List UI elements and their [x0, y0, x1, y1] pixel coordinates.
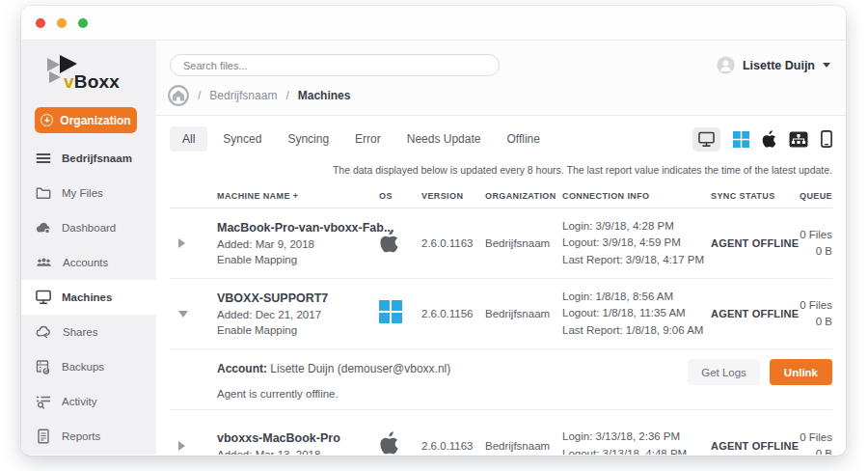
machine-organization: Bedrijfsnaam	[485, 440, 562, 452]
accounts-icon	[36, 255, 52, 270]
sidebar-item-activity[interactable]: Activity	[21, 384, 156, 419]
search-input[interactable]	[170, 54, 500, 76]
shares-cloud-icon	[36, 324, 52, 340]
queue-info: 0 Files 0 B	[778, 227, 832, 260]
breadcrumb: / Bedrijfsnaam / Machines	[168, 85, 836, 106]
machine-added-date: Added: Dec 21, 2017	[217, 309, 379, 320]
chevron-down-icon	[178, 311, 188, 318]
table-row: VBOXX-SUPPORT7 Added: Dec 21, 2017 Enabl…	[170, 279, 832, 349]
sidebar-item-bedrijfsnaam[interactable]: Bedrijfsnaam	[21, 141, 156, 176]
filter-windows-button[interactable]	[733, 131, 749, 148]
chevron-right-icon	[178, 441, 185, 451]
sidebar-nav: Bedrijfsnaam My Files Dashboard	[21, 141, 156, 454]
machines-monitor-icon	[36, 290, 51, 305]
machine-added-date: Added: Mar 9, 2018	[217, 238, 379, 250]
machine-version: 2.6.0.1163	[421, 237, 485, 249]
home-icon[interactable]	[168, 85, 189, 106]
machine-added-date: Added: Mar 13, 2018	[217, 449, 379, 456]
machine-name: VBOXX-SUPPORT7	[217, 291, 379, 305]
machine-detail-panel: Account: Lisette Duijn (demouser@vboxx.n…	[170, 349, 832, 410]
sidebar: vBoxx + Organization Bedrijfsnaam My	[21, 41, 156, 455]
account-value: Lisette Duijn (demouser@vboxx.nl)	[270, 362, 450, 375]
breadcrumb-current-page: Machines	[298, 89, 351, 102]
sidebar-item-accounts[interactable]: Accounts	[21, 245, 156, 280]
enable-mapping-link[interactable]: Enable Mapping	[217, 254, 297, 265]
maximize-window-button[interactable]	[78, 18, 88, 28]
tab-needs-update[interactable]: Needs Update	[407, 132, 481, 146]
col-os: OS	[379, 191, 421, 201]
sidebar-item-machines[interactable]: Machines	[21, 280, 156, 315]
update-notice: The data displayed below is updated ever…	[170, 164, 832, 176]
filter-mobile-button[interactable]	[821, 130, 832, 148]
mobile-icon	[821, 130, 832, 148]
table-row: MacBook-Pro-van-vboxx-Fab... Added: Mar …	[170, 208, 832, 279]
user-name: Lisette Duijn	[743, 59, 815, 72]
apple-icon	[762, 130, 776, 149]
col-queue: QUEUE	[778, 191, 832, 201]
connection-info: Login: 3/13/18, 2:36 PM Logout: 3/13/18,…	[562, 429, 711, 455]
account-label: Account:	[217, 362, 267, 375]
machine-version: 2.6.0.1156	[421, 308, 485, 319]
folder-icon	[36, 185, 51, 201]
apple-icon	[379, 431, 399, 455]
menu-icon	[36, 151, 51, 166]
expand-row-button[interactable]	[170, 238, 217, 248]
apple-icon	[379, 230, 399, 254]
connection-info: Login: 1/8/18, 8:56 AM Logout: 1/8/18, 1…	[562, 289, 711, 340]
os-filter-bar	[692, 127, 832, 152]
main-area: Lisette Duijn / Bedrijfsnaam / Machines	[156, 41, 846, 455]
expand-row-button[interactable]	[170, 441, 217, 451]
col-version: VERSION	[421, 191, 485, 201]
dashboard-cloud-icon	[36, 220, 51, 236]
tab-synced[interactable]: Synced	[223, 132, 261, 146]
col-sync-status: SYNC STATUS	[711, 191, 778, 201]
machine-name: vboxxs-MacBook-Pro	[217, 431, 379, 445]
sidebar-item-my-files[interactable]: My Files	[21, 176, 156, 210]
windows-icon	[379, 300, 402, 323]
col-organization: ORGANIZATION	[485, 191, 562, 201]
reports-icon	[36, 429, 51, 444]
filter-desktop-button[interactable]	[692, 127, 720, 152]
get-logs-button[interactable]: Get Logs	[688, 359, 760, 385]
enable-mapping-link[interactable]: Enable Mapping	[217, 324, 297, 336]
status-tabs: All Synced Syncing Error Needs Update Of…	[170, 124, 832, 154]
col-machine-name[interactable]: MACHINE NAME +	[217, 191, 379, 201]
sidebar-item-backups[interactable]: Backups	[21, 349, 156, 384]
window-titlebar	[21, 6, 846, 41]
filter-nas-button[interactable]	[789, 131, 808, 148]
table-header-row: MACHINE NAME + OS VERSION ORGANIZATION C…	[170, 183, 832, 208]
sidebar-item-shares[interactable]: Shares	[21, 315, 156, 349]
sync-status-badge: AGENT OFFLINE	[711, 237, 778, 249]
table-row: vboxxs-MacBook-Pro Added: Mar 13, 2018 2…	[170, 410, 832, 455]
tab-syncing[interactable]: Syncing	[287, 132, 329, 146]
user-menu[interactable]: Lisette Duijn	[717, 56, 830, 74]
sidebar-item-reports[interactable]: Reports	[21, 419, 156, 454]
unlink-button[interactable]: Unlink	[770, 359, 832, 385]
filter-apple-button[interactable]	[762, 130, 776, 149]
machine-version: 2.6.0.1163	[421, 440, 485, 452]
tab-offline[interactable]: Offline	[506, 132, 539, 146]
sidebar-item-dashboard[interactable]: Dashboard	[21, 210, 156, 245]
desktop-monitor-icon	[698, 131, 715, 148]
windows-icon	[733, 131, 749, 148]
tab-all[interactable]: All	[170, 126, 207, 152]
col-connection-info: CONNECTION INFO	[562, 191, 711, 201]
breadcrumb-organization[interactable]: Bedrijfsnaam	[209, 89, 277, 102]
vboxx-wordmark: vBoxx	[64, 71, 120, 93]
avatar	[717, 56, 735, 74]
topbar: Lisette Duijn / Bedrijfsnaam / Machines	[156, 41, 846, 116]
machines-content: All Synced Syncing Error Needs Update Of…	[156, 116, 846, 455]
chevron-right-icon	[178, 238, 185, 248]
sync-status-badge: AGENT OFFLINE	[711, 308, 778, 319]
machine-organization: Bedrijfsnaam	[485, 237, 562, 249]
tab-error[interactable]: Error	[355, 132, 381, 146]
chevron-down-icon	[823, 63, 830, 68]
add-organization-button[interactable]: + Organization	[35, 107, 137, 133]
queue-info: 0 Files 0 B	[778, 429, 832, 456]
close-window-button[interactable]	[36, 18, 45, 28]
minimize-window-button[interactable]	[57, 18, 67, 28]
machine-organization: Bedrijfsnaam	[485, 308, 562, 319]
agent-offline-text: Agent is currently offline.	[217, 388, 832, 400]
collapse-row-button[interactable]	[170, 311, 217, 318]
machine-name: MacBook-Pro-van-vboxx-Fab...	[217, 221, 379, 235]
